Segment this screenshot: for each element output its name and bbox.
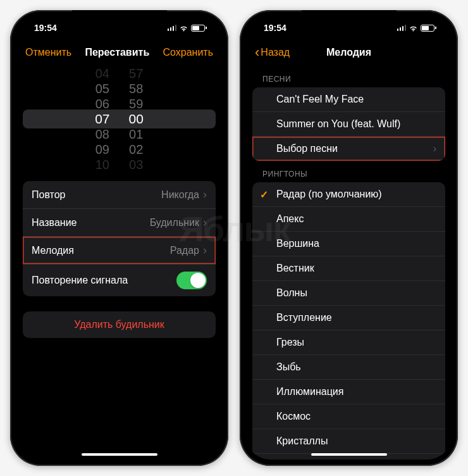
ringtone-row[interactable]: ✓Радар (по умолчанию) (252, 182, 445, 207)
list-item-label: Выбор песни (276, 143, 338, 154)
nav-title: Переставить (71, 47, 163, 58)
content-left: 04 05 06 07 08 09 10 57 58 59 00 01 (16, 66, 222, 460)
name-row[interactable]: Название Будильник› (23, 209, 216, 237)
list-item-label: Волны (276, 287, 307, 299)
status-right (397, 25, 437, 32)
signal-icon (397, 25, 407, 31)
list-item-label: Апекс (276, 213, 304, 225)
minute-column[interactable]: 57 58 59 00 01 02 03 (129, 68, 144, 170)
notch (72, 10, 167, 25)
back-button[interactable]: ‹ Назад (255, 46, 302, 60)
status-time: 19:54 (34, 23, 57, 33)
list-item-label: Вершина (276, 238, 319, 249)
songs-group: Can't Feel My FaceSummer on You (feat. W… (252, 87, 445, 161)
ringtone-row[interactable]: Волны (252, 281, 445, 306)
sound-label: Мелодия (32, 245, 74, 256)
hour-column[interactable]: 04 05 06 07 08 09 10 (95, 68, 109, 170)
list-item-label: Кристаллы (276, 435, 328, 447)
nav-title: Мелодия (302, 47, 396, 58)
list-item-label: Вступление (276, 312, 332, 323)
home-indicator[interactable] (311, 453, 387, 456)
signal-icon (168, 25, 177, 31)
list-item-label: Can't Feel My Face (276, 94, 364, 105)
list-item-label: Космос (276, 411, 311, 422)
list-item-label: Вестник (276, 263, 314, 274)
delete-alarm-button[interactable]: Удалить будильник (23, 311, 216, 338)
ringtone-row[interactable]: Грезы (252, 330, 445, 355)
snooze-label: Повторение сигнала (32, 275, 128, 286)
wifi-icon (179, 25, 188, 32)
check-icon: ✓ (260, 189, 268, 201)
name-label: Название (32, 217, 77, 229)
song-row[interactable]: Summer on You (feat. Wulf) (252, 112, 445, 137)
battery-icon (191, 25, 207, 32)
chevron-right-icon: › (433, 143, 436, 154)
song-row[interactable]: Can't Feel My Face (252, 87, 445, 112)
phone-left: 19:54 Отменить Переставить Сохранить 04 … (10, 10, 228, 466)
name-value: Будильник› (150, 216, 207, 229)
ringtone-row[interactable]: Зыбь (252, 355, 445, 380)
ringtone-row[interactable]: Иллюминация (252, 380, 445, 404)
list-item-label: Зыбь (276, 361, 301, 373)
phone-right: 19:54 ‹ Назад Мелодия ПЕСНИ Can't Feel M… (240, 10, 458, 466)
snooze-toggle[interactable] (176, 272, 207, 289)
nav-bar-right: ‹ Назад Мелодия (246, 39, 452, 66)
chevron-right-icon: › (203, 216, 207, 229)
cancel-button[interactable]: Отменить (25, 47, 71, 58)
list-item-label: Радар (по умолчанию) (276, 189, 382, 200)
pick-song-row[interactable]: Выбор песни› (252, 137, 445, 161)
sound-row[interactable]: Мелодия Радар› (23, 237, 216, 265)
chevron-right-icon: › (203, 244, 207, 257)
repeat-row[interactable]: Повтор Никогда› (23, 181, 216, 209)
nav-bar-left: Отменить Переставить Сохранить (16, 39, 222, 66)
ringtone-row[interactable]: Вступление (252, 306, 445, 330)
list-item-label: Иллюминация (276, 386, 343, 398)
ringtone-row[interactable]: Вершина (252, 232, 445, 256)
ringtone-row[interactable]: Вестник (252, 256, 445, 281)
home-indicator[interactable] (82, 453, 157, 456)
status-time: 19:54 (264, 23, 286, 33)
screen-right: 19:54 ‹ Назад Мелодия ПЕСНИ Can't Feel M… (246, 16, 452, 460)
repeat-label: Повтор (32, 189, 66, 201)
ringtone-row[interactable]: Апекс (252, 207, 445, 232)
sound-value: Радар› (170, 244, 207, 257)
list-item-label: Summer on You (feat. Wulf) (276, 118, 400, 130)
content-right[interactable]: ПЕСНИ Can't Feel My FaceSummer on You (f… (246, 66, 452, 460)
wifi-icon (409, 25, 418, 32)
delete-group: Удалить будильник (23, 311, 216, 338)
chevron-right-icon: › (203, 188, 207, 201)
snooze-row: Повторение сигнала (23, 265, 216, 296)
settings-group: Повтор Никогда› Название Будильник› Мело… (23, 181, 216, 296)
battery-icon (421, 25, 436, 32)
repeat-value: Никогда› (161, 188, 207, 201)
save-button[interactable]: Сохранить (163, 47, 213, 58)
ringtones-group: ✓Радар (по умолчанию)АпексВершинаВестник… (252, 182, 445, 460)
ringtones-header: РИНГТОНЫ (246, 161, 452, 182)
status-right (168, 25, 207, 32)
songs-header: ПЕСНИ (246, 66, 452, 87)
chevron-left-icon: ‹ (255, 46, 259, 60)
screen-left: 19:54 Отменить Переставить Сохранить 04 … (16, 16, 222, 460)
notch (302, 10, 397, 25)
ringtone-row[interactable]: Космос (252, 404, 445, 429)
ringtone-row[interactable]: Кристаллы (252, 429, 445, 454)
time-picker[interactable]: 04 05 06 07 08 09 10 57 58 59 00 01 (23, 68, 216, 170)
list-item-label: Грезы (276, 337, 304, 348)
